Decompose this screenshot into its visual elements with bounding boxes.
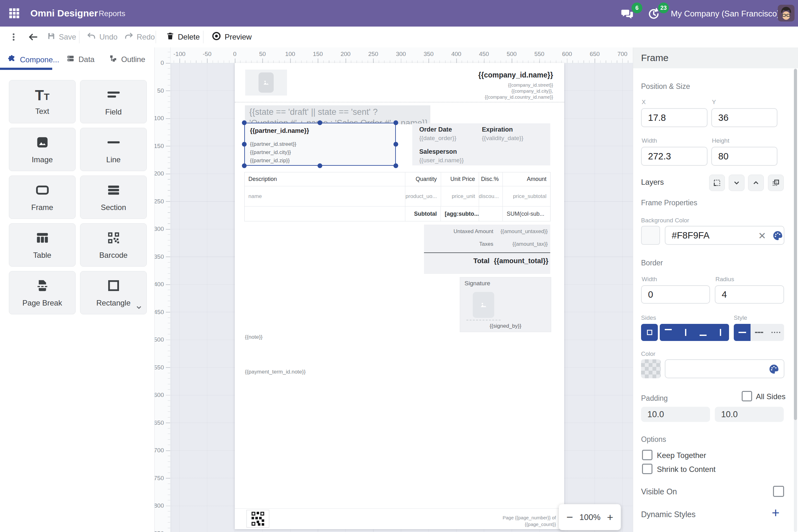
totals-block[interactable]: Untaxed Amount {{amount_untaxed}} Taxes …	[424, 225, 550, 274]
bring-to-front-button[interactable]	[768, 175, 784, 191]
apps-grid-icon[interactable]	[9, 8, 20, 20]
component-rectangle[interactable]: Rectangle	[80, 271, 147, 315]
back-arrow-icon[interactable]	[28, 26, 39, 48]
subtotal-label[interactable]: Subtotal	[405, 207, 441, 221]
zoom-level[interactable]: 100%	[579, 512, 600, 522]
order-info-block[interactable]: Order Date {{date_order}} Expiration {{v…	[412, 124, 550, 166]
y-input[interactable]: 36	[711, 108, 777, 127]
app-title[interactable]: Omni Designer	[30, 8, 98, 19]
zoom-in-button[interactable]: +	[607, 511, 613, 524]
move-layer-up-button[interactable]	[748, 175, 764, 191]
user-avatar[interactable]	[778, 5, 795, 23]
payment-term-field[interactable]: {{payment_term_id.note}}	[245, 369, 306, 375]
component-image[interactable]: Image	[9, 128, 76, 171]
shrink-to-content-checkbox[interactable]	[642, 464, 652, 474]
tab-outline[interactable]: Outline	[109, 54, 145, 64]
border-color-swatch[interactable]	[641, 359, 661, 378]
x-input[interactable]: 17.8	[641, 108, 707, 127]
component-page-break[interactable]: Page Break	[9, 271, 76, 315]
column-header[interactable]: Unit Price	[441, 172, 479, 186]
style-dashed-button[interactable]	[750, 324, 767, 341]
company-header-block[interactable]: {{company_id.name}} {{company_id.street}…	[380, 71, 553, 100]
order-lines-table[interactable]: Description Quantity Unit Price Disc.% A…	[244, 172, 551, 222]
redo-button[interactable]: Redo	[124, 26, 155, 48]
select-layer-button[interactable]	[709, 175, 725, 191]
padding-input-2[interactable]: 10.0	[715, 407, 784, 422]
visible-on-checkbox[interactable]	[773, 486, 784, 497]
border-left-button[interactable]	[712, 324, 729, 341]
column-header[interactable]: Quantity	[405, 172, 441, 186]
save-button[interactable]: Save	[47, 26, 76, 48]
padding-input-1[interactable]: 10.0	[641, 407, 710, 422]
resize-handle[interactable]	[318, 120, 322, 125]
delete-button[interactable]: Delete	[166, 26, 200, 48]
border-radius-input[interactable]: 4	[715, 285, 784, 304]
footer-barcode[interactable]	[246, 510, 269, 528]
subtotal-aggregate[interactable]: [agg:subto...	[441, 207, 479, 221]
border-bottom-button[interactable]	[694, 324, 712, 341]
company-switcher[interactable]: My Company (San Francisco)	[671, 9, 780, 19]
component-barcode[interactable]: Barcode	[80, 223, 147, 267]
page-number-field[interactable]: Page {{page_number}} of {{page_count}}	[459, 514, 556, 528]
component-text[interactable]: TT Text	[9, 80, 76, 124]
subtotal-sum[interactable]: SUM(col-sub...	[503, 207, 550, 221]
cell-unit-price[interactable]: price_unit	[441, 186, 479, 207]
border-width-input[interactable]: 0	[641, 285, 710, 304]
selected-partner-frame[interactable]: {{partner_id.name}} {{partner_id.street}…	[244, 123, 396, 166]
scrollbar-thumb[interactable]	[794, 69, 797, 420]
resize-handle[interactable]	[242, 120, 247, 125]
resize-handle[interactable]	[242, 142, 247, 147]
border-top-button[interactable]	[660, 324, 677, 341]
resize-handle[interactable]	[394, 164, 398, 168]
cell-name[interactable]: name	[245, 186, 405, 207]
cell-quantity[interactable]: product_uo...	[405, 186, 441, 207]
title-expression-text[interactable]: {{state == 'draft' || state == 'sent' ? …	[245, 105, 430, 124]
undo-button[interactable]: Undo	[87, 26, 117, 48]
component-frame[interactable]: Frame	[9, 175, 76, 219]
chevron-down-icon[interactable]	[136, 305, 142, 311]
add-dynamic-style-button[interactable]: +	[772, 506, 780, 520]
column-header[interactable]: Description	[245, 172, 405, 186]
palette-icon[interactable]	[768, 364, 779, 376]
clear-color-icon[interactable]: ✕	[758, 230, 766, 241]
resize-handle[interactable]	[318, 164, 322, 168]
background-color-input[interactable]: #F8F9FA	[665, 226, 784, 245]
width-input[interactable]: 272.3	[641, 147, 707, 166]
note-field[interactable]: {{note}}	[245, 334, 263, 340]
cell-subtotal[interactable]: price_subtotal	[503, 186, 550, 207]
kebab-menu-icon[interactable]	[10, 26, 18, 48]
all-sides-checkbox[interactable]	[742, 391, 752, 401]
keep-together-checkbox[interactable]	[642, 450, 652, 460]
tab-components[interactable]: Compone...	[7, 54, 59, 65]
column-header[interactable]: Disc.%	[479, 172, 503, 186]
style-dotted-button[interactable]	[767, 324, 784, 341]
border-all-sides-button[interactable]	[641, 324, 658, 341]
partner-frame-body[interactable]: {{partner_id.name}} {{partner_id.street}…	[244, 123, 396, 166]
preview-button[interactable]: Preview	[211, 26, 252, 48]
component-section[interactable]: Section	[80, 175, 147, 219]
border-color-input[interactable]	[665, 359, 784, 378]
signature-block[interactable]: Signature {{signed_by}}	[460, 277, 551, 332]
company-logo-placeholder[interactable]	[245, 70, 287, 96]
resize-handle[interactable]	[394, 142, 398, 147]
border-right-button[interactable]	[677, 324, 694, 341]
resize-handle[interactable]	[242, 164, 247, 168]
zoom-out-button[interactable]: −	[567, 511, 573, 524]
cell-discount[interactable]: discou...	[479, 186, 503, 207]
background-color-swatch[interactable]	[641, 226, 660, 245]
move-layer-down-button[interactable]	[729, 175, 744, 191]
column-header[interactable]: Amount	[503, 172, 550, 186]
nav-reports[interactable]: Reports	[99, 9, 125, 18]
resize-handle[interactable]	[394, 120, 398, 125]
cell-empty[interactable]	[245, 207, 405, 221]
signature-image-placeholder[interactable]	[473, 292, 494, 318]
component-table[interactable]: Table	[9, 223, 76, 267]
cell-empty[interactable]	[479, 207, 503, 221]
tab-data[interactable]: Data	[67, 54, 95, 64]
style-solid-button[interactable]	[734, 324, 750, 341]
palette-icon[interactable]	[772, 230, 783, 242]
height-input[interactable]: 80	[711, 147, 777, 166]
panel-scrollbar[interactable]	[794, 68, 797, 532]
component-line[interactable]: Line	[80, 128, 147, 171]
component-field[interactable]: Field	[80, 80, 147, 124]
